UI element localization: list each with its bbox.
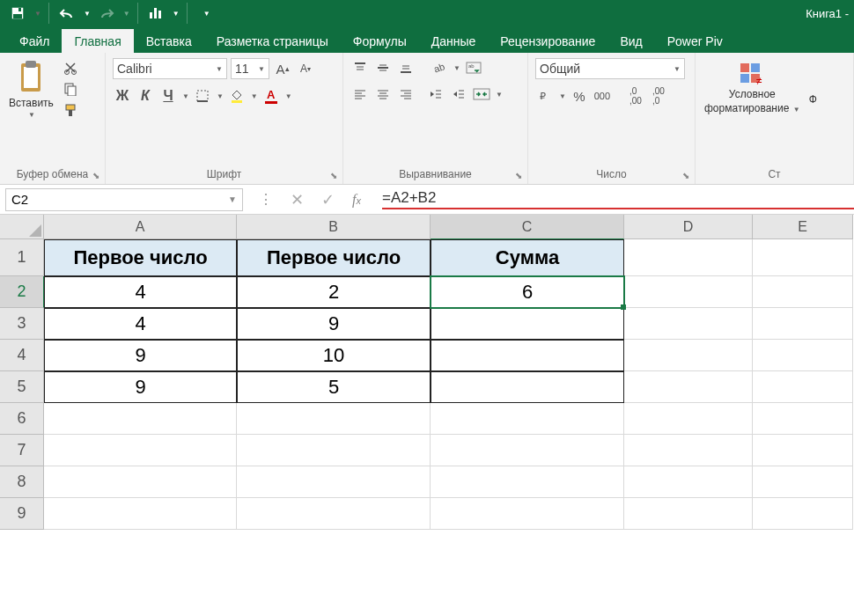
row-header-7[interactable]: 7 (0, 435, 44, 466)
cell-C4[interactable] (431, 340, 624, 371)
cell-A6[interactable] (44, 403, 237, 435)
cell-A5[interactable]: 9 (44, 371, 237, 403)
chevron-down-icon[interactable]: ▼ (285, 92, 292, 100)
row-header-6[interactable]: 6 (0, 403, 44, 435)
row-header-9[interactable]: 9 (0, 498, 44, 530)
cell-B7[interactable] (237, 435, 431, 466)
chevron-down-icon[interactable]: ▼ (251, 92, 258, 100)
redo-icon[interactable] (96, 3, 117, 24)
chevron-down-icon[interactable]: ▼ (228, 194, 237, 204)
conditional-formatting-button[interactable]: ≠ Условное форматирование ▼ (703, 58, 802, 116)
cell-E7[interactable] (753, 435, 853, 466)
cell-A9[interactable] (44, 498, 237, 530)
tab-file[interactable]: Файл (7, 29, 62, 53)
tab-page-layout[interactable]: Разметка страницы (204, 29, 341, 53)
accounting-format-icon[interactable]: ₽ (535, 86, 555, 106)
cell-A7[interactable] (44, 435, 237, 466)
cell-D2[interactable] (624, 276, 753, 308)
cell-D4[interactable] (624, 340, 753, 371)
cell-A2[interactable]: 4 (44, 276, 237, 308)
enter-icon[interactable]: ✓ (321, 190, 335, 209)
tab-view[interactable]: Вид (607, 29, 654, 53)
cell-D8[interactable] (624, 466, 753, 498)
cell-E8[interactable] (753, 466, 853, 498)
cell-B2[interactable]: 2 (237, 276, 431, 308)
wrap-text-icon[interactable]: ab (464, 58, 483, 77)
cell-B5[interactable]: 5 (237, 371, 431, 403)
chevron-down-icon[interactable]: ▼ (217, 92, 224, 100)
tab-formulas[interactable]: Формулы (341, 29, 419, 53)
increase-font-icon[interactable]: A▴ (273, 59, 292, 78)
cell-E1[interactable] (753, 239, 853, 276)
orientation-icon[interactable]: ab (430, 58, 449, 77)
increase-decimal-icon[interactable]: ,0,00 (626, 86, 645, 106)
cell-E3[interactable] (753, 308, 853, 340)
cell-C1[interactable]: Сумма (431, 239, 624, 276)
tab-review[interactable]: Рецензирование (488, 29, 607, 53)
align-top-icon[interactable] (350, 58, 370, 77)
row-header-8[interactable]: 8 (0, 466, 44, 498)
cell-B8[interactable] (237, 466, 431, 498)
cell-C9[interactable] (431, 498, 624, 530)
cell-E2[interactable] (753, 276, 853, 308)
tab-data[interactable]: Данные (419, 29, 489, 53)
redo-dropdown-icon[interactable]: ▼ (123, 10, 130, 18)
cell-C8[interactable] (431, 466, 624, 498)
decrease-indent-icon[interactable] (426, 84, 445, 104)
dialog-launcher-icon[interactable]: ⬊ (515, 171, 522, 180)
cell-D1[interactable] (624, 239, 753, 276)
cell-D7[interactable] (624, 435, 753, 466)
qat-customize-icon[interactable]: ▼ (203, 10, 210, 18)
cell-C2[interactable]: 6 (431, 276, 624, 308)
format-button[interactable]: Ф (807, 58, 819, 107)
cell-B4[interactable]: 10 (237, 340, 431, 371)
decrease-font-icon[interactable]: A▾ (296, 59, 315, 78)
italic-button[interactable]: К (136, 86, 155, 106)
cell-E5[interactable] (753, 371, 853, 403)
cell-B1[interactable]: Первое число (237, 239, 431, 276)
comma-format-icon[interactable]: 000 (593, 86, 612, 106)
save-dropdown-icon[interactable]: ▼ (34, 10, 41, 18)
align-middle-icon[interactable] (373, 58, 393, 77)
cell-D9[interactable] (624, 498, 753, 530)
number-format-combo[interactable]: Общий▼ (535, 58, 685, 79)
bold-button[interactable]: Ж (113, 86, 132, 106)
dialog-launcher-icon[interactable]: ⬊ (682, 171, 689, 180)
borders-icon[interactable] (193, 86, 212, 106)
cell-C5[interactable] (431, 371, 624, 403)
cell-A4[interactable]: 9 (44, 340, 237, 371)
cell-B6[interactable] (237, 403, 431, 435)
cut-icon[interactable] (61, 58, 80, 77)
chevron-down-icon[interactable]: ▼ (453, 64, 460, 72)
cell-E6[interactable] (753, 403, 853, 435)
chevron-down-icon[interactable]: ▼ (496, 91, 503, 99)
column-header-C[interactable]: C (431, 215, 624, 239)
select-all-corner[interactable] (0, 215, 44, 239)
cell-A8[interactable] (44, 466, 237, 498)
cell-D3[interactable] (624, 308, 753, 340)
cell-D5[interactable] (624, 371, 753, 403)
decrease-decimal-icon[interactable]: ,00,0 (649, 86, 668, 106)
cell-A3[interactable]: 4 (44, 308, 237, 340)
cell-B9[interactable] (237, 498, 431, 530)
align-bottom-icon[interactable] (396, 58, 416, 77)
cell-E4[interactable] (753, 340, 853, 371)
undo-icon[interactable] (56, 3, 77, 24)
row-header-4[interactable]: 4 (0, 340, 44, 371)
row-header-5[interactable]: 5 (0, 371, 44, 403)
align-right-icon[interactable] (396, 84, 416, 104)
increase-indent-icon[interactable] (449, 84, 468, 104)
cell-C6[interactable] (431, 403, 624, 435)
chart-icon[interactable] (145, 3, 166, 24)
font-name-combo[interactable]: Calibri▼ (113, 58, 227, 79)
align-center-icon[interactable] (373, 84, 393, 104)
merge-cells-icon[interactable] (472, 84, 491, 104)
fx-icon[interactable]: fx (352, 192, 361, 208)
font-color-icon[interactable]: A (261, 86, 281, 106)
align-left-icon[interactable] (350, 84, 370, 104)
chevron-down-icon[interactable]: ▼ (182, 92, 189, 100)
column-header-A[interactable]: A (44, 215, 237, 239)
row-header-3[interactable]: 3 (0, 308, 44, 340)
row-header-1[interactable]: 1 (0, 239, 44, 276)
tab-home[interactable]: Главная (62, 29, 133, 53)
